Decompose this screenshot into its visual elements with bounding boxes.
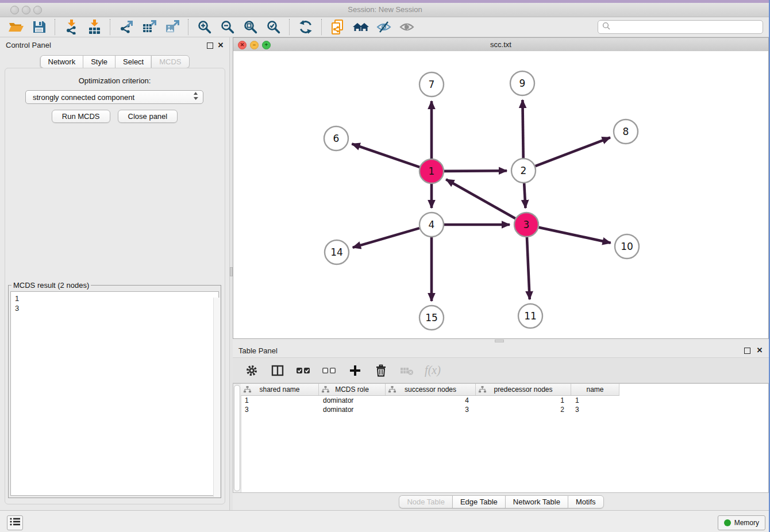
graph-node-2[interactable]: 2 — [511, 159, 536, 183]
search-icon — [602, 22, 610, 32]
export-image-button[interactable] — [161, 18, 184, 36]
tab-select[interactable]: Select — [115, 55, 151, 68]
run-mcds-button[interactable]: Run MCDS — [52, 110, 110, 123]
refresh-button[interactable] — [294, 18, 317, 36]
export-network-button[interactable] — [115, 18, 138, 36]
table-row[interactable]: 3dominator323 — [241, 405, 619, 414]
import-network-button[interactable] — [60, 18, 83, 36]
table-cell[interactable]: 3 — [241, 405, 319, 414]
table-toolbar: f(x) — [233, 357, 770, 383]
table-cell[interactable]: 3 — [571, 405, 619, 414]
splitter-grip[interactable] — [495, 340, 504, 342]
graph-node-3[interactable]: 3 — [514, 213, 538, 237]
delete-column-button[interactable] — [372, 362, 390, 379]
settings-gear-button[interactable] — [243, 362, 260, 379]
graph-node-14[interactable]: 14 — [325, 240, 349, 264]
graph-edge-2-8[interactable] — [536, 137, 610, 166]
graph-node-8[interactable]: 8 — [614, 119, 638, 144]
graph-edge-2-9[interactable] — [522, 100, 523, 158]
column-header-label: shared name — [259, 385, 299, 394]
network-canvas[interactable]: 7968124314101511 — [233, 51, 768, 338]
table-cell[interactable]: 4 — [386, 396, 476, 405]
show-hidden-button[interactable] — [395, 18, 418, 36]
graph-node-4[interactable]: 4 — [419, 213, 444, 237]
graph-edge-3-10[interactable] — [538, 228, 610, 243]
graph-node-10[interactable]: 10 — [615, 234, 639, 259]
table-cell[interactable]: dominator — [319, 405, 386, 414]
zoom-fit-button[interactable] — [239, 18, 262, 36]
mcds-result-text[interactable]: 1 3 — [10, 291, 219, 496]
import-table-button[interactable] — [83, 18, 106, 36]
table-cell[interactable]: 1 — [476, 396, 571, 405]
tab-network-table[interactable]: Network Table — [505, 495, 568, 508]
table-panel-title: Table Panel — [238, 346, 278, 355]
graph-edge-1-2[interactable] — [444, 171, 507, 171]
graph-edge-2-3[interactable] — [524, 183, 525, 208]
tab-motifs[interactable]: Motifs — [568, 495, 604, 508]
new-network-from-selection-button[interactable] — [326, 18, 349, 36]
tab-mcds[interactable]: MCDS — [151, 55, 189, 68]
table-cell[interactable]: dominator — [319, 396, 386, 405]
table-cell[interactable]: 1 — [241, 396, 319, 405]
table-cell[interactable]: 2 — [476, 405, 571, 414]
control-panel-close-icon[interactable]: ✕ — [217, 42, 224, 49]
tab-edge-table[interactable]: Edge Table — [452, 495, 505, 508]
add-column-button[interactable] — [346, 362, 364, 379]
graph-edge-4-14[interactable] — [353, 228, 419, 248]
table-panel-close-icon[interactable]: ✕ — [756, 347, 763, 354]
scrollbar-thumb[interactable] — [234, 385, 240, 491]
toolbar-separator — [321, 19, 322, 35]
graph-node-9[interactable]: 9 — [510, 71, 534, 95]
table-panel-float-icon[interactable] — [744, 347, 750, 354]
search-input[interactable] — [613, 22, 763, 32]
column-header-name[interactable]: name — [571, 384, 619, 395]
table-cell[interactable]: 1 — [571, 396, 619, 405]
column-header-mcds-role[interactable]: MCDS role — [319, 384, 386, 395]
optimization-criterion-select[interactable]: strongly connected component — [25, 90, 203, 104]
homes-button[interactable] — [349, 18, 372, 36]
column-header-predecessor-nodes[interactable]: predecessor nodes — [476, 384, 571, 395]
graph-node-6[interactable]: 6 — [324, 126, 348, 151]
control-panel-float-icon[interactable] — [206, 42, 213, 49]
graph-edge-1-6[interactable] — [352, 144, 419, 167]
task-history-button[interactable] — [7, 515, 23, 530]
split-view-button[interactable] — [269, 362, 286, 379]
graph-node-7[interactable]: 7 — [419, 72, 444, 97]
hide-selected-button[interactable] — [372, 18, 395, 36]
tab-style[interactable]: Style — [83, 55, 115, 68]
tree-icon — [388, 386, 396, 395]
table-scrollbar[interactable] — [233, 384, 241, 492]
graph-edge-3-1[interactable] — [446, 179, 515, 218]
svg-text:9: 9 — [519, 78, 526, 89]
table-row[interactable]: 1dominator411 — [241, 396, 619, 405]
search-box[interactable] — [598, 20, 763, 34]
memory-button[interactable]: Memory — [718, 515, 765, 530]
zoom-out-button[interactable] — [216, 18, 239, 36]
graph-node-15[interactable]: 15 — [419, 306, 444, 330]
open-session-button[interactable] — [5, 18, 28, 36]
close-panel-button[interactable]: Close panel — [118, 110, 178, 123]
svg-text:11: 11 — [524, 310, 537, 322]
tab-node-table[interactable]: Node Table — [399, 495, 452, 508]
function-builder-button: f(x) — [424, 362, 441, 379]
export-table-button[interactable] — [138, 18, 161, 36]
column-header-successor-nodes[interactable]: successor nodes — [386, 384, 476, 395]
clear-checkboxes-button[interactable] — [321, 362, 338, 379]
save-session-button[interactable] — [28, 18, 51, 36]
tab-network[interactable]: Network — [40, 55, 83, 68]
panel-splitter-horizontal[interactable] — [233, 339, 770, 343]
graph-node-1[interactable]: 1 — [419, 159, 444, 183]
zoom-in-button[interactable] — [193, 18, 216, 36]
zoom-selected-button[interactable] — [262, 18, 285, 36]
graph-edge-3-11[interactable] — [527, 237, 530, 299]
svg-text:2: 2 — [521, 165, 527, 176]
select-all-checkboxes-button[interactable] — [295, 362, 312, 379]
graph-node-11[interactable]: 11 — [518, 304, 542, 328]
svg-text:7: 7 — [429, 79, 435, 90]
column-header-shared-name[interactable]: shared name — [241, 384, 319, 395]
optimization-criterion-label: Optimization criterion: — [0, 76, 229, 85]
toolbar-separator — [188, 19, 189, 35]
network-graph[interactable]: 7968124314101511 — [233, 51, 768, 338]
table-cell[interactable]: 3 — [386, 405, 476, 414]
result-scrollbar[interactable] — [213, 298, 220, 497]
